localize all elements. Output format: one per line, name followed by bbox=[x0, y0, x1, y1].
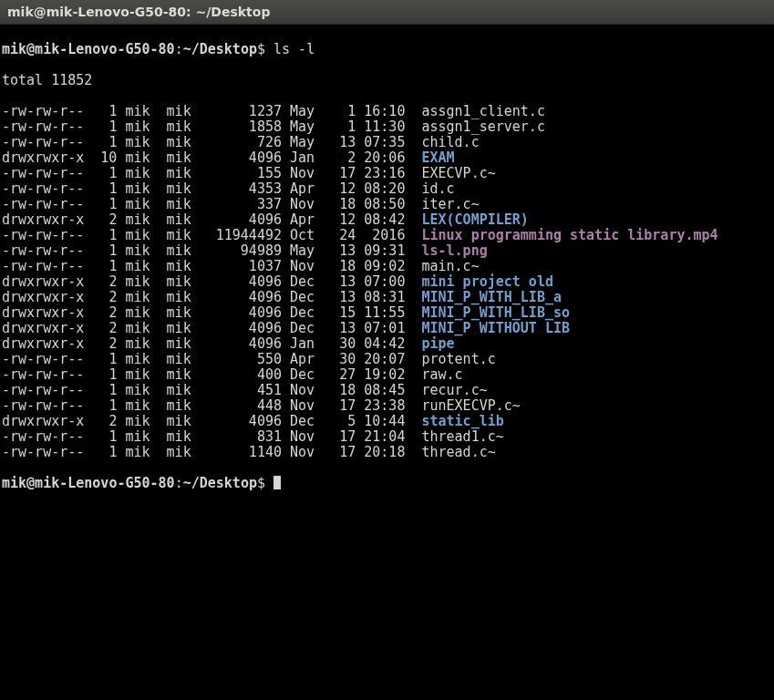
links-col: 2 bbox=[92, 290, 117, 305]
links-col: 2 bbox=[92, 321, 117, 336]
listing-row: drwxrwxr-x 2 mik mik 4096 Dec 5 10:44 st… bbox=[2, 414, 772, 429]
perm-col: drwxrwxr-x bbox=[2, 336, 84, 352]
size-col: 4096 bbox=[208, 274, 282, 290]
group-col: mik bbox=[167, 212, 200, 228]
window-titlebar[interactable]: mik@mik-Lenovo-G50-80: ~/Desktop bbox=[0, 0, 774, 25]
month-col: Nov bbox=[290, 166, 323, 181]
prompt-user-host: mik@mik-Lenovo-G50-80 bbox=[2, 475, 175, 491]
terminal-area[interactable]: mik@mik-Lenovo-G50-80:~/Desktop$ ls -l t… bbox=[0, 25, 774, 509]
links-col: 1 bbox=[92, 259, 117, 274]
owner-col: mik bbox=[125, 290, 158, 305]
prompt-sep: : bbox=[175, 475, 183, 491]
file-name: ls-l.png bbox=[421, 243, 487, 259]
owner-col: mik bbox=[125, 197, 158, 212]
size-col: 11944492 bbox=[208, 228, 282, 243]
time-col: 20:07 bbox=[364, 352, 413, 367]
day-col: 27 bbox=[331, 367, 356, 383]
day-col: 17 bbox=[331, 166, 356, 181]
links-col: 1 bbox=[92, 367, 117, 383]
perm-col: drwxrwxr-x bbox=[2, 212, 84, 228]
day-col: 30 bbox=[331, 352, 356, 367]
listing-row: drwxrwxr-x 10 mik mik 4096 Jan 2 20:06 E… bbox=[2, 150, 772, 166]
group-col: mik bbox=[167, 336, 200, 352]
day-col: 12 bbox=[331, 181, 356, 197]
time-col: 08:20 bbox=[364, 181, 413, 197]
month-col: Apr bbox=[290, 181, 323, 197]
file-listing: -rw-rw-r-- 1 mik mik 1237 May 1 16:10 as… bbox=[2, 104, 772, 460]
file-name: id.c bbox=[421, 181, 454, 197]
links-col: 1 bbox=[92, 197, 117, 212]
file-name: pipe bbox=[421, 336, 454, 352]
group-col: mik bbox=[167, 104, 200, 119]
month-col: Apr bbox=[290, 352, 323, 367]
links-col: 2 bbox=[92, 414, 117, 429]
time-col: 23:16 bbox=[364, 166, 413, 181]
month-col: May bbox=[290, 243, 323, 259]
owner-col: mik bbox=[125, 367, 158, 383]
size-col: 4353 bbox=[208, 181, 282, 197]
owner-col: mik bbox=[125, 135, 158, 150]
prompt-line-2[interactable]: mik@mik-Lenovo-G50-80:~/Desktop$ bbox=[2, 476, 772, 491]
owner-col: mik bbox=[125, 259, 158, 274]
listing-row: drwxrwxr-x 2 mik mik 4096 Apr 12 08:42 L… bbox=[2, 212, 772, 228]
perm-col: -rw-rw-r-- bbox=[2, 259, 84, 274]
time-col: 08:45 bbox=[364, 383, 413, 398]
size-col: 155 bbox=[208, 166, 282, 181]
day-col: 17 bbox=[331, 445, 356, 460]
perm-col: drwxrwxr-x bbox=[2, 414, 84, 429]
perm-col: -rw-rw-r-- bbox=[2, 181, 84, 197]
file-name: MINI_P_WITH_LIB_a bbox=[421, 290, 562, 305]
size-col: 1037 bbox=[208, 259, 282, 274]
listing-row: drwxrwxr-x 2 mik mik 4096 Dec 13 07:00 m… bbox=[2, 274, 772, 290]
time-col: 08:50 bbox=[364, 197, 413, 212]
owner-col: mik bbox=[125, 336, 158, 352]
time-col: 20:06 bbox=[364, 150, 413, 166]
month-col: Jan bbox=[290, 150, 323, 166]
month-col: Jan bbox=[290, 336, 323, 352]
group-col: mik bbox=[167, 352, 200, 367]
month-col: Nov bbox=[290, 445, 323, 460]
month-col: Dec bbox=[290, 290, 323, 305]
size-col: 94989 bbox=[208, 243, 282, 259]
links-col: 1 bbox=[92, 135, 117, 150]
month-col: Oct bbox=[290, 228, 323, 243]
owner-col: mik bbox=[125, 398, 158, 414]
links-col: 1 bbox=[92, 383, 117, 398]
file-name: LEX(COMPILER) bbox=[421, 212, 528, 228]
file-name: child.c bbox=[421, 135, 479, 150]
time-col: 08:42 bbox=[364, 212, 413, 228]
group-col: mik bbox=[167, 228, 200, 243]
month-col: Apr bbox=[290, 212, 323, 228]
listing-row: -rw-rw-r-- 1 mik mik 400 Dec 27 19:02 ra… bbox=[2, 367, 772, 383]
links-col: 1 bbox=[92, 243, 117, 259]
links-col: 2 bbox=[92, 274, 117, 290]
owner-col: mik bbox=[125, 305, 158, 321]
time-col: 21:04 bbox=[364, 429, 413, 445]
month-col: Nov bbox=[290, 429, 323, 445]
size-col: 550 bbox=[208, 352, 282, 367]
day-col: 12 bbox=[331, 212, 356, 228]
group-col: mik bbox=[167, 274, 200, 290]
day-col: 24 bbox=[331, 228, 356, 243]
perm-col: -rw-rw-r-- bbox=[2, 166, 84, 181]
links-col: 1 bbox=[92, 429, 117, 445]
size-col: 4096 bbox=[208, 290, 282, 305]
perm-col: -rw-rw-r-- bbox=[2, 352, 84, 367]
perm-col: -rw-rw-r-- bbox=[2, 104, 84, 119]
time-col: 10:44 bbox=[364, 414, 413, 429]
owner-col: mik bbox=[125, 274, 158, 290]
links-col: 1 bbox=[92, 166, 117, 181]
listing-row: -rw-rw-r-- 1 mik mik 337 Nov 18 08:50 it… bbox=[2, 197, 772, 212]
day-col: 1 bbox=[331, 104, 356, 119]
links-col: 1 bbox=[92, 181, 117, 197]
file-name: Linux programming static library.mp4 bbox=[421, 228, 717, 243]
cursor bbox=[273, 476, 281, 489]
group-col: mik bbox=[167, 414, 200, 429]
prompt-path: ~/Desktop bbox=[183, 41, 257, 57]
links-col: 1 bbox=[92, 352, 117, 367]
group-col: mik bbox=[167, 290, 200, 305]
file-name: assgn1_client.c bbox=[421, 104, 544, 119]
group-col: mik bbox=[167, 135, 200, 150]
time-col: 23:38 bbox=[364, 398, 413, 414]
day-col: 5 bbox=[331, 414, 356, 429]
